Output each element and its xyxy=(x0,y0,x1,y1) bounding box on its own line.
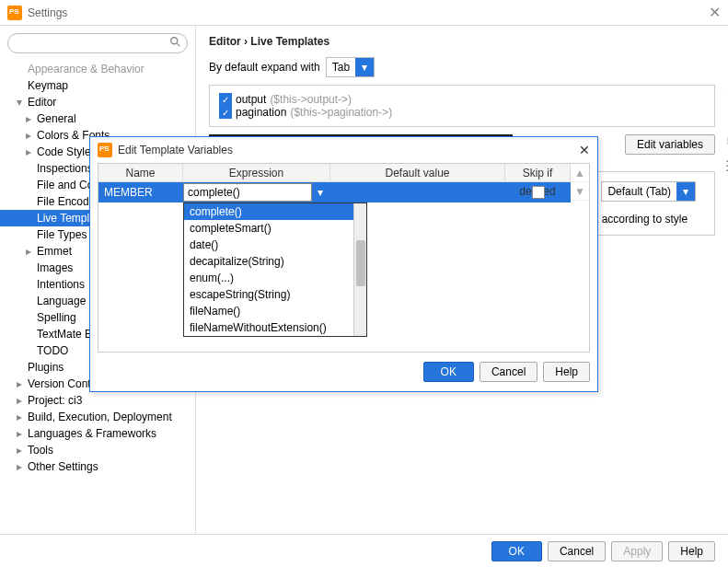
col-def-header: Default value xyxy=(330,164,505,181)
copy-icon[interactable]: ⧉ xyxy=(723,133,728,150)
var-name-cell: MEMBER xyxy=(98,186,183,199)
apply-button[interactable]: Apply xyxy=(611,541,663,561)
dropdown-item[interactable]: decapitalize(String) xyxy=(184,253,353,270)
tree-item[interactable]: ▸Build, Execution, Deployment xyxy=(0,409,195,425)
checkbox-icon[interactable]: ✓ xyxy=(219,93,232,106)
tree-item[interactable]: ▾Editor xyxy=(0,94,195,110)
template-item[interactable]: ✓ pagination ($this->pagination->) xyxy=(219,106,705,119)
tree-item[interactable]: Keymap xyxy=(0,77,195,94)
dropdown-item[interactable]: enum(...) xyxy=(184,270,353,286)
templates-list: ✓ output ($this->output->)✓ pagination (… xyxy=(209,85,715,127)
search-icon xyxy=(169,36,182,49)
col-expr-header: Expression xyxy=(183,164,330,181)
dropdown-item[interactable]: escapeString(String) xyxy=(184,286,353,303)
table-row[interactable]: MEMBER ▾ xyxy=(98,182,571,202)
tree-item[interactable]: ▸General xyxy=(0,110,195,127)
scroll-thumb[interactable] xyxy=(356,240,365,286)
expression-input[interactable] xyxy=(183,183,312,202)
variables-table: Name Expression Default value Skip if de… xyxy=(98,163,590,353)
dialog-ok-button[interactable]: OK xyxy=(423,362,474,382)
window-title: Settings xyxy=(28,6,67,19)
expression-dropdown[interactable]: complete()completeSmart()date()decapital… xyxy=(183,202,367,337)
dialog-help-button[interactable]: Help xyxy=(543,362,590,382)
chevron-down-icon[interactable]: ▾ xyxy=(355,58,374,76)
tree-item[interactable]: ▸Languages & Frameworks xyxy=(0,425,195,442)
dropdown-item[interactable]: fileNameWithoutExtension() xyxy=(184,319,353,336)
help-button[interactable]: Help xyxy=(668,541,715,561)
tree-item[interactable]: ▸Tools xyxy=(0,442,195,458)
edit-template-variables-dialog: Edit Template Variables ✕ Name Expressio… xyxy=(89,136,598,392)
add-icon[interactable]: + xyxy=(723,86,728,102)
paste-icon[interactable]: ☰ xyxy=(723,157,728,174)
expand-label: By default expand with xyxy=(209,61,320,74)
dialog-close-icon[interactable]: ✕ xyxy=(579,143,590,157)
expand-with-combo[interactable]: Default (Tab) ▾ xyxy=(601,181,696,202)
tree-item[interactable]: Appearance & Behavior xyxy=(0,61,195,77)
search-wrap xyxy=(0,26,195,61)
search-input[interactable] xyxy=(7,33,188,53)
remove-icon[interactable]: − xyxy=(723,110,728,126)
dropdown-item[interactable]: completeSmart() xyxy=(184,220,353,237)
template-item[interactable]: ✓ output ($this->output->) xyxy=(219,93,705,106)
dropdown-item[interactable]: fileName() xyxy=(184,303,353,319)
cancel-button[interactable]: Cancel xyxy=(548,541,606,561)
window-close-icon[interactable]: ✕ xyxy=(709,4,721,21)
dropdown-item[interactable]: complete() xyxy=(184,203,353,220)
chevron-down-icon[interactable]: ▾ xyxy=(312,183,329,202)
skip-checkbox[interactable] xyxy=(532,186,545,199)
app-icon xyxy=(98,143,112,157)
dialog-cancel-button[interactable]: Cancel xyxy=(480,362,537,382)
tree-item[interactable]: ▸Project: ci3 xyxy=(0,392,195,409)
checkbox-icon[interactable]: ✓ xyxy=(219,106,232,119)
move-down-icon[interactable]: ▼ xyxy=(571,182,589,201)
ok-button[interactable]: OK xyxy=(491,541,542,561)
edit-variables-button[interactable]: Edit variables xyxy=(625,134,715,155)
scrollbar[interactable] xyxy=(353,203,366,336)
breadcrumb: Editor › Live Templates xyxy=(209,35,715,57)
app-icon xyxy=(7,6,22,20)
col-name-header: Name xyxy=(98,164,183,181)
expand-value: Tab xyxy=(327,61,355,74)
tree-item[interactable]: ▸Other Settings xyxy=(0,458,195,475)
col-skip-header: Skip if defined xyxy=(505,164,571,181)
footer: OK Cancel Apply Help xyxy=(0,534,728,567)
svg-line-1 xyxy=(177,43,180,47)
dropdown-item[interactable]: date() xyxy=(184,237,353,253)
titlebar: Settings ✕ xyxy=(0,0,728,26)
svg-point-0 xyxy=(171,38,178,44)
chevron-down-icon[interactable]: ▾ xyxy=(676,182,695,201)
expand-combo[interactable]: Tab ▾ xyxy=(326,57,375,77)
dialog-title: Edit Template Variables xyxy=(118,144,233,156)
move-up-icon[interactable]: ▲ xyxy=(571,164,589,182)
